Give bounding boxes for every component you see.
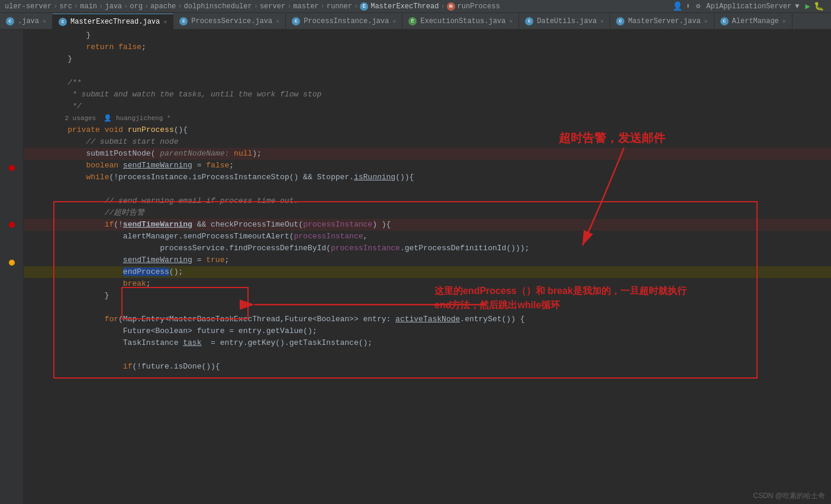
code-content: } [49, 290, 831, 302]
tab-masterexecthread-label: MasterExecThread.java [70, 18, 160, 26]
breadcrumb-org: org [130, 2, 143, 11]
gutter-line4 [9, 99, 15, 105]
code-line: // submit start node [24, 136, 831, 148]
code-line: for(Map.Entry<MasterBaseTaskExecThread,F… [24, 314, 831, 325]
breadcrumb-api-label: ApiApplicationServer [706, 2, 791, 11]
code-line: while(!processInstance.isProcessInstance… [24, 172, 831, 183]
code-line: } [24, 53, 831, 65]
sep5: › [144, 2, 149, 11]
tab-masterserver-icon: C [616, 17, 624, 25]
code-content: } [49, 30, 831, 41]
breadcrumb-apache: apache [150, 2, 176, 11]
code-line: 2 usages 👤 huangjicheng * [24, 112, 831, 124]
tab-alertmanage-label: AlertManage [732, 17, 779, 25]
tab-dotjava-icon: C [6, 17, 14, 25]
tab-alertmanage[interactable]: C AlertManage ✕ [714, 14, 793, 29]
tab-processinstance[interactable]: C ProcessInstance.java ✕ [286, 14, 402, 29]
code-line: private void runProcess(){ [24, 124, 831, 136]
code-line-if: if(!sendTimeWarning && checkProcessTimeO… [24, 219, 831, 231]
code-editor[interactable]: } return false; } /** [24, 30, 831, 504]
code-content: // submit start node [49, 136, 831, 148]
tab-processinstance-close[interactable]: ✕ [392, 18, 396, 25]
code-line: boolean sendTimeWarning = false; [24, 160, 831, 172]
code-line-endprocess: endProcess(); [24, 266, 831, 278]
tab-masterserver-close[interactable]: ✕ [704, 18, 708, 25]
tab-executionstatus-label: ExecutionStatus.java [420, 17, 505, 25]
tab-dotjava[interactable]: C .java ✕ [0, 14, 53, 29]
gutter-line6 [9, 118, 15, 124]
tab-alertmanage-close[interactable]: ✕ [782, 18, 786, 25]
tab-executionstatus[interactable]: E ExecutionStatus.java ✕ [402, 14, 519, 29]
breadcrumb-settings-icon: ⚙ [696, 2, 700, 11]
gutter-line1 [9, 70, 15, 76]
breadcrumb-class-icon: C [360, 2, 368, 11]
breadcrumb-master: master [293, 2, 318, 11]
tab-alertmanage-icon: C [720, 17, 729, 25]
breakpoint-2[interactable] [9, 222, 15, 228]
gutter-line11 [9, 175, 15, 180]
gutter-line15 [9, 212, 15, 218]
tab-processinstance-label: ProcessInstance.java [304, 17, 389, 25]
code-line [24, 349, 831, 361]
code-line: //超时告警 [24, 207, 831, 219]
breakpoint-1[interactable] [9, 165, 15, 171]
code-content: break; [49, 278, 831, 290]
tab-masterexecthread[interactable]: C MasterExecThread.java ✕ [53, 14, 173, 29]
breadcrumb-arrow-icon: ⬇ [686, 2, 690, 11]
code-content: boolean sendTimeWarning = false; [49, 160, 831, 172]
tab-executionstatus-close[interactable]: ✕ [509, 18, 513, 25]
code-content: submitPostNode( parentNodeName: null); [49, 148, 831, 160]
breadcrumb-masterexecthread: MasterExecThread [371, 2, 439, 11]
sep8: › [287, 2, 291, 11]
gutter-line18 [9, 250, 15, 256]
gutter-line12 [9, 184, 15, 190]
gutter-line13 [9, 193, 15, 199]
breakpoint-3[interactable] [9, 260, 15, 266]
tab-dateutils-label: DateUtils.java [537, 17, 597, 25]
code-content: // send warning email if process time ou… [49, 195, 831, 207]
tab-executionstatus-icon: E [408, 17, 417, 25]
tab-processservice[interactable]: C ProcessService.java ✕ [173, 14, 286, 29]
main-area: } return false; } /** [0, 30, 831, 504]
breadcrumb-run-icon[interactable]: ▶ [806, 1, 810, 11]
tab-processservice-close[interactable]: ✕ [276, 18, 279, 25]
code-lines: } return false; } /** [24, 30, 831, 373]
code-line: sendTimeWarning = true; [24, 254, 831, 266]
code-line [24, 183, 831, 195]
code-content: processService.findProcessDefineById(pro… [49, 243, 831, 254]
breadcrumb-bug-icon[interactable]: 🐛 [814, 1, 824, 11]
code-line: break; [24, 278, 831, 290]
code-line [24, 65, 831, 77]
tab-masterserver-label: MasterServer.java [628, 17, 700, 25]
code-content: //超时告警 [49, 207, 831, 219]
code-content: endProcess(); [49, 266, 831, 278]
code-content: Future<Boolean> future = entry.getValue(… [49, 325, 831, 337]
left-gutter [0, 30, 24, 504]
breadcrumb-server: server [260, 2, 285, 11]
code-line: * submit and watch the tasks, until the … [24, 89, 831, 101]
code-content: sendTimeWarning = true; [49, 254, 831, 266]
code-content: } [49, 53, 831, 65]
tab-dotjava-close[interactable]: ✕ [43, 18, 46, 25]
sep6: › [178, 2, 182, 11]
tab-masterexecthread-close[interactable]: ✕ [163, 18, 167, 25]
gutter-line10 [9, 156, 15, 161]
breadcrumb-bar: uler-server › src › main › java › org › … [0, 0, 831, 13]
tab-dateutils-close[interactable]: ✕ [600, 18, 604, 25]
gutter-line14 [9, 203, 15, 209]
sep10: › [354, 2, 358, 11]
tab-masterserver[interactable]: C MasterServer.java ✕ [610, 14, 714, 29]
tab-dateutils[interactable]: C DateUtils.java ✕ [519, 14, 610, 29]
sep4: › [124, 2, 128, 11]
code-content: * submit and watch the tasks, until the … [49, 89, 831, 101]
code-line: return false; [24, 41, 831, 53]
tab-dotjava-label: .java [18, 17, 39, 25]
gutter-line3 [9, 89, 15, 95]
breadcrumb-runprocess: runProcess [458, 2, 500, 11]
code-content: return false; [49, 41, 831, 53]
code-line: */ [24, 101, 831, 112]
code-content: 2 usages 👤 huangjicheng * [49, 112, 831, 124]
code-line: } [24, 30, 831, 41]
code-content: private void runProcess(){ [49, 124, 831, 136]
gutter-line7 [9, 127, 15, 133]
